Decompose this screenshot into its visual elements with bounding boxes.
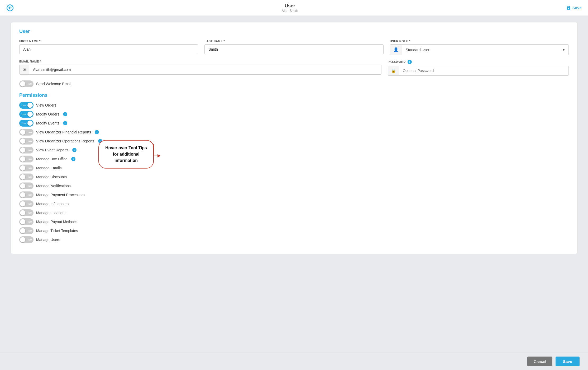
permission-toggle-12[interactable]: NO [19,209,34,216]
toggle-track: NO [19,236,34,243]
toggle-thumb [20,174,25,180]
toggle-thumb [20,192,25,198]
back-button[interactable] [6,4,14,12]
toggle-track: NO [19,156,34,162]
last-name-group: LAST NAME * [204,40,383,55]
toggle-thumb [20,129,25,135]
permission-toggle-15[interactable]: NO [19,236,34,243]
permission-toggle-14[interactable]: NO [19,227,34,234]
welcome-email-label: Send Welcome Email [36,82,71,86]
toggle-track: YES [19,102,34,109]
email-label: EMAIL NAME * [19,60,381,63]
email-group: EMAIL NAME * ✉ [19,60,381,76]
user-role-select[interactable]: Standard User Admin Box Office [402,45,559,55]
toggle-thumb [20,156,25,162]
toggle-track: NO [19,218,34,225]
password-input[interactable] [399,66,568,75]
welcome-email-row: NO Send Welcome Email [19,80,569,87]
welcome-email-toggle[interactable]: NO [19,80,34,87]
toggle-track: NO [19,200,34,207]
toggle-thumb [27,112,33,117]
email-input[interactable] [29,65,381,74]
permission-toggle-13[interactable]: NO [19,218,34,225]
permission-label-4: View Organizer Operations Reports [36,139,94,143]
password-group: PASSWORD i 🔒 [388,60,569,76]
permission-info-icon-5[interactable]: i [72,148,77,152]
permission-label-6: Manage Box Office [36,157,68,161]
permission-toggle-4[interactable]: NO [19,138,34,145]
card-title: User [19,29,569,34]
chevron-down-icon: ▼ [559,45,568,54]
toggle-track: NO [19,227,34,234]
first-name-group: FIRST NAME * [19,40,198,55]
toggle-track: YES [19,111,34,118]
permission-toggle-0[interactable]: YES [19,102,34,109]
password-info-icon[interactable]: i [408,60,412,64]
permission-label-7: Manage Emails [36,166,62,170]
permission-toggle-1[interactable]: YES [19,111,34,118]
password-label: PASSWORD i [388,60,569,64]
permission-label-15: Manage Users [36,238,60,242]
save-top-button[interactable]: Save [566,6,582,10]
permission-toggle-5[interactable]: NO [19,147,34,153]
user-role-group: USER ROLE * 👤 Standard User Admin Box Of… [390,40,569,55]
toggle-thumb [20,201,25,206]
last-name-label: LAST NAME * [204,40,383,43]
toggle-track: NO [19,174,34,180]
toggle-thumb [20,183,25,189]
permission-toggle-7[interactable]: NO [19,165,34,171]
page-subtitle: Alan Smith [282,9,298,13]
permissions-content: YES View Orders YES Modify Orders i YES [19,102,569,243]
page-title-area: User Alan Smith [282,3,298,13]
permission-info-icon-6[interactable]: i [71,157,75,161]
permission-row: NO Manage Discounts [19,174,569,180]
page-title: User [282,3,298,9]
toggle-thumb [20,210,25,215]
last-name-input[interactable] [204,44,383,54]
first-name-input[interactable] [19,44,198,54]
permission-label-3: View Organizer Financial Reports [36,130,91,134]
toggle-thumb [20,138,25,144]
save-button[interactable]: Save [556,357,580,366]
toggle-track: NO [19,147,34,153]
permission-row: NO Manage Ticket Templates [19,227,569,234]
permission-toggle-11[interactable]: NO [19,200,34,207]
toggle-track: YES [19,120,34,127]
toggle-thumb [20,219,25,224]
permission-label-13: Manage Payout Methods [36,220,77,224]
permission-row: NO View Organizer Financial Reports i [19,129,569,136]
permission-label-14: Manage Ticket Templates [36,229,78,233]
toggle-track: NO [19,80,34,87]
permission-label-5: View Event Reports [36,148,69,152]
permission-toggle-10[interactable]: NO [19,191,34,198]
permission-toggle-8[interactable]: NO [19,174,34,180]
toggle-thumb [20,165,25,171]
permission-info-icon-2[interactable]: i [63,121,67,125]
user-role-select-wrapper: 👤 Standard User Admin Box Office ▼ [390,44,569,55]
top-bar: User Alan Smith Save [0,0,588,16]
permission-info-icon-3[interactable]: i [95,130,99,134]
email-password-row: EMAIL NAME * ✉ PASSWORD i 🔒 [19,60,569,76]
permission-label-12: Manage Locations [36,211,66,215]
permissions-title: Permissions [19,93,569,98]
permission-toggle-3[interactable]: NO [19,129,34,136]
user-role-label: USER ROLE * [390,40,569,43]
toggle-thumb [20,81,25,87]
cancel-button[interactable]: Cancel [527,357,552,366]
permission-label-8: Manage Discounts [36,175,67,179]
permission-label-1: Modify Orders [36,112,59,116]
permission-row: NO Manage Users [19,236,569,243]
permission-toggle-2[interactable]: YES [19,120,34,127]
tooltip-callout: Hover over Tool Tips for additional info… [98,140,154,169]
bottom-bar: Cancel Save [0,353,588,370]
toggle-thumb [20,228,25,233]
permission-label-2: Modify Events [36,121,59,125]
permission-info-icon-1[interactable]: i [63,112,67,116]
permission-label-0: View Orders [36,103,56,107]
permission-toggle-6[interactable]: NO [19,156,34,162]
permission-row: NO Manage Payment Processors [19,191,569,198]
permission-label-10: Manage Payment Processors [36,193,85,197]
permission-toggle-9[interactable]: NO [19,182,34,189]
permission-row: YES Modify Events i [19,120,569,127]
permission-row: NO Manage Locations [19,209,569,216]
